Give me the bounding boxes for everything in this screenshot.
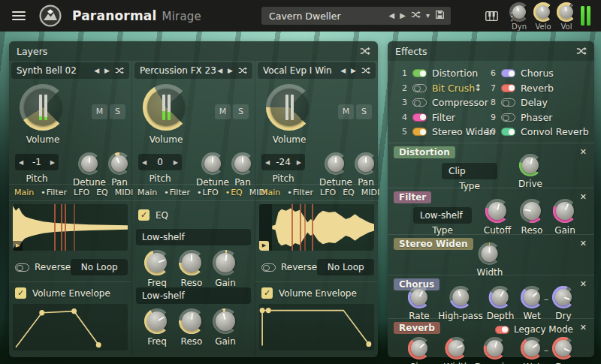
layer2-tab-filter[interactable]: •Filter [164, 188, 190, 197]
layer1-tab-lfo[interactable]: LFO [74, 188, 89, 197]
layer3-reverse-toggle[interactable] [261, 263, 276, 272]
chorus-rate-knob[interactable] [408, 286, 430, 308]
reverb-width-knob[interactable] [445, 337, 468, 359]
fx-slot-reverb[interactable]: ↕ 7 Reverb [484, 81, 589, 96]
layer2-eq-checkbox[interactable]: ✓ [138, 209, 149, 221]
layer2-sample-selector[interactable]: Percussion FX 23 ◀ ▶ [134, 62, 252, 79]
distortion-enable-toggle[interactable] [412, 69, 427, 77]
layer3-mute-button[interactable]: M [338, 104, 354, 119]
layer1-volume-knob[interactable] [20, 84, 66, 131]
layer3-pitch-stepper[interactable]: ◀ -24 ▶ [261, 154, 305, 170]
layer2-eq-band2-type-dropdown[interactable]: Low-shelf [136, 287, 251, 304]
fx-slot-delay[interactable]: 8 Delay [484, 95, 589, 110]
filter-gain-knob[interactable] [553, 199, 577, 223]
pitch-decrement-icon[interactable]: ◀ [265, 159, 270, 166]
layer3-envelope-checkbox[interactable]: ✓ [261, 287, 273, 299]
preset-selector[interactable]: Cavern Dweller ◀ ▶ ▾ [261, 7, 451, 25]
distortion-type-dropdown[interactable]: Clip [442, 163, 497, 179]
delay-enable-toggle[interactable] [501, 98, 515, 107]
filter-enable-toggle[interactable] [412, 113, 427, 122]
layer1-envelope-editor[interactable] [13, 304, 128, 350]
layer3-tab-eq[interactable]: EQ [343, 188, 355, 197]
chorus-depth-knob[interactable] [489, 286, 512, 308]
layer3-random-icon[interactable] [361, 66, 370, 75]
layer3-solo-button[interactable]: S [356, 104, 372, 119]
layer3-next-icon[interactable]: ▶ [351, 67, 356, 74]
layer1-tab-filter[interactable]: •Filter [41, 188, 67, 197]
fx-slot-stereo-widen[interactable]: 5 Stereo Widen [395, 125, 495, 140]
preset-dropdown-icon[interactable]: ▾ [426, 7, 430, 25]
layer2-eq-band2-gain-knob[interactable] [213, 308, 238, 334]
preset-prev-icon[interactable]: ◀ [389, 7, 395, 25]
layer3-detune-knob[interactable] [325, 152, 347, 175]
reverb-dry-knob[interactable] [552, 337, 575, 359]
chorus-highpass-knob[interactable] [449, 286, 472, 308]
loop-marker[interactable] [291, 204, 293, 251]
stereo-widen-enable-toggle[interactable] [412, 128, 427, 136]
layer3-tab-filter[interactable]: •Filter [287, 188, 313, 197]
hamburger-menu-icon[interactable] [12, 11, 26, 20]
layer2-pitch-stepper[interactable]: ◀ 0 ▶ [138, 154, 182, 170]
fx-slot-filter[interactable]: 4 Filter [395, 110, 495, 125]
layers-random-icon[interactable] [360, 46, 370, 56]
chorus-close-icon[interactable]: ✕ [580, 279, 587, 289]
layer1-tab-main[interactable]: Main [14, 188, 34, 197]
reverb-size-knob[interactable] [408, 337, 430, 359]
drive-knob[interactable] [519, 154, 542, 176]
loop-marker[interactable] [61, 204, 62, 251]
effects-random-icon[interactable] [576, 46, 587, 56]
velo-knob[interactable] [533, 2, 553, 22]
vol-knob[interactable] [557, 2, 576, 22]
chorus-dry-knob[interactable] [552, 286, 575, 308]
layer2-eq-band1-freq-knob[interactable] [144, 250, 170, 275]
drag-reorder-icon[interactable]: ↕ [474, 83, 482, 93]
pitch-decrement-icon[interactable]: ◀ [19, 159, 23, 166]
fx-slot-phaser[interactable]: 9 Phaser [484, 110, 589, 125]
reverb-enable-toggle[interactable] [501, 84, 515, 92]
layer2-detune-knob[interactable] [201, 152, 224, 175]
reverb-damping-knob[interactable] [484, 337, 506, 359]
filter-close-icon[interactable]: ✕ [580, 192, 587, 202]
fx-slot-distortion[interactable]: 1 Distortion [395, 66, 495, 81]
layer1-tab-eq[interactable]: EQ [96, 188, 108, 197]
layer2-solo-button[interactable]: S [233, 104, 249, 119]
layer1-random-icon[interactable] [115, 66, 124, 75]
layer2-tab-lfo[interactable]: •LFO [197, 188, 219, 197]
layer1-tab-midi[interactable]: MIDI [115, 188, 133, 197]
layer2-eq-band2-freq-knob[interactable] [144, 308, 170, 334]
cutoff-knob[interactable] [485, 199, 509, 223]
preset-save-icon[interactable] [435, 7, 445, 25]
layer2-eq-band2-reso-knob[interactable] [179, 308, 204, 334]
filter-reso-knob[interactable] [520, 199, 544, 223]
layer2-next-icon[interactable]: ▶ [228, 67, 233, 74]
layer1-mute-button[interactable]: M [92, 104, 107, 119]
layer3-tab-lfo[interactable]: LFO [320, 188, 336, 197]
phaser-enable-toggle[interactable] [501, 113, 515, 122]
layer3-tab-midi[interactable]: MIDI [361, 188, 379, 197]
loop-marker[interactable] [54, 204, 56, 251]
convol-reverb-enable-toggle[interactable] [501, 128, 515, 136]
loop-marker[interactable] [312, 204, 313, 251]
layer2-pan-knob[interactable] [231, 152, 254, 175]
pitch-increment-icon[interactable]: ▶ [174, 159, 178, 166]
pitch-decrement-icon[interactable]: ◀ [142, 159, 146, 166]
layer3-waveform[interactable]: ▶ [259, 204, 374, 251]
layer1-sample-selector[interactable]: Synth Bell 02 ◀ ▶ [11, 62, 129, 79]
layer2-random-icon[interactable] [238, 66, 247, 75]
reverb-wet-knob[interactable] [521, 337, 543, 359]
layer3-tab-main[interactable]: Main [261, 188, 280, 197]
layer3-prev-icon[interactable]: ◀ [340, 67, 346, 74]
layer3-volume-knob[interactable] [266, 84, 313, 131]
distortion-close-icon[interactable]: ✕ [580, 147, 587, 157]
layer1-pan-knob[interactable] [108, 152, 131, 175]
layer3-envelope-editor[interactable] [259, 304, 374, 350]
chorus-enable-toggle[interactable] [501, 69, 515, 77]
pitch-increment-icon[interactable]: ▶ [297, 159, 301, 166]
layer1-envelope-checkbox[interactable]: ✓ [15, 287, 26, 299]
layer2-eq-band1-gain-knob[interactable] [213, 250, 238, 275]
layer2-volume-knob[interactable] [143, 84, 189, 131]
preset-next-icon[interactable]: ▶ [400, 7, 406, 25]
loop-marker[interactable] [65, 204, 66, 251]
stereo-widen-close-icon[interactable]: ✕ [580, 239, 587, 248]
layer2-eq-band1-type-dropdown[interactable]: Low-shelf [136, 229, 251, 245]
